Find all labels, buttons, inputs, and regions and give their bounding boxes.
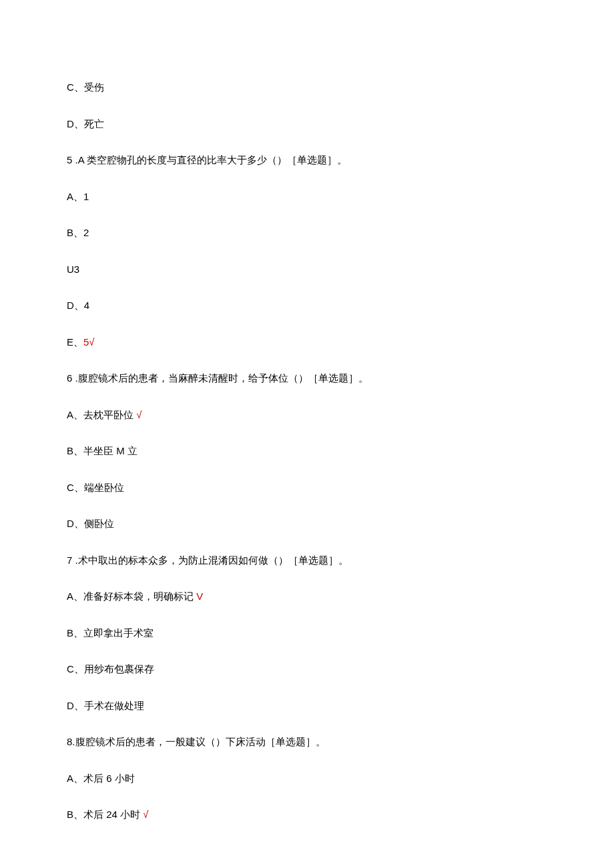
text-line: B、半坐臣 M 立	[67, 444, 547, 459]
text-line: B、立即拿出手术室	[67, 626, 547, 641]
text-line: 7 .术中取出的标本众多，为防止混淆因如何做（）［单选题］。	[67, 553, 547, 568]
line-text: A、准备好标本袋，明确标记	[67, 590, 196, 602]
line-text: C、用纱布包裹保存	[67, 663, 154, 675]
text-line: D、手术在做处理	[67, 699, 547, 714]
line-text: 6 .腹腔镜术后的患者，当麻醉未清醒时，给予体位（）［单选题］。	[67, 372, 368, 384]
line-text: B、立即拿出手术室	[67, 627, 154, 638]
text-line: B、术后 24 小时 √	[67, 807, 547, 823]
text-line: C、用纱布包裹保存	[67, 662, 547, 677]
line-text: C、端坐卧位	[67, 482, 124, 493]
text-line: 8.腹腔镜术后的患者，一般建议（）下床活动［单选题］。	[67, 735, 547, 750]
text-line: D、4	[67, 298, 547, 314]
text-line: A、准备好标本袋，明确标记 V	[67, 589, 547, 604]
line-text: B、2	[67, 227, 89, 238]
line-text: A、1	[67, 191, 89, 202]
line-text: D、手术在做处理	[67, 700, 144, 711]
text-line: B、2	[67, 226, 547, 241]
line-text: D、侧卧位	[67, 518, 114, 529]
text-line: E、5√	[67, 335, 547, 350]
checkmark-icon: √	[136, 409, 141, 420]
line-text: D、死亡	[67, 118, 104, 129]
line-text: B、术后 24 小时	[67, 809, 143, 820]
text-line: 6 .腹腔镜术后的患者，当麻醉未清醒时，给予体位（）［单选题］。	[67, 371, 547, 386]
text-line: U3	[67, 262, 547, 278]
text-line: C、端坐卧位	[67, 480, 547, 496]
text-line: C、受伤	[67, 80, 547, 95]
line-text: 7 .术中取出的标本众多，为防止混淆因如何做（）［单选题］。	[67, 554, 348, 566]
line-text: U3	[67, 264, 79, 275]
checkmark-icon: V	[196, 590, 203, 602]
checkmark-icon: √	[143, 809, 148, 820]
text-line: D、死亡	[67, 117, 547, 132]
line-text: A、去枕平卧位	[67, 409, 136, 420]
text-line: 5 .A 类空腔物孔的长度与直径的比率大于多少（）［单选题］。	[67, 153, 547, 168]
text-line: A、术后 6 小时	[67, 771, 547, 787]
line-text: E、	[67, 336, 83, 348]
line-text: D、4	[67, 300, 89, 311]
line-text: B、半坐臣 M 立	[67, 445, 137, 456]
line-text: A、术后 6 小时	[67, 773, 135, 784]
correct-suffix: 5√	[83, 336, 95, 348]
line-text: 8.腹腔镜术后的患者，一般建议（）下床活动［单选题］。	[67, 736, 326, 747]
text-line: A、去枕平卧位 √	[67, 408, 547, 423]
line-text: C、受伤	[67, 81, 104, 93]
line-text: 5 .A 类空腔物孔的长度与直径的比率大于多少（）［单选题］。	[67, 154, 347, 165]
text-line: A、1	[67, 189, 547, 205]
text-line: D、侧卧位	[67, 516, 547, 532]
